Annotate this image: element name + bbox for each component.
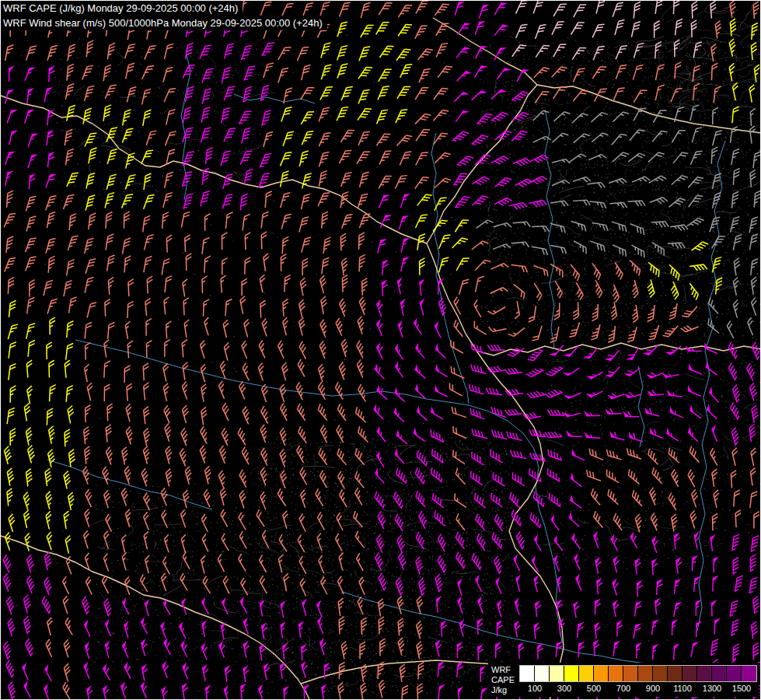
legend-color-cell — [638, 666, 653, 681]
legend-color-cell — [682, 666, 697, 681]
legend-color-cell — [742, 666, 756, 681]
legend-tick-label: 500 — [587, 684, 601, 693]
legend-colorbar — [519, 665, 757, 682]
legend-tick-label: 1500 — [732, 684, 751, 693]
legend-tick-label: 900 — [646, 684, 660, 693]
legend-labels: WRF CAPE J/kg — [491, 665, 515, 695]
legend-color-cell — [579, 666, 594, 681]
legend-tick-label: 700 — [616, 684, 630, 693]
legend-color-cell — [520, 666, 535, 681]
legend-param-label: CAPE — [491, 675, 515, 685]
legend-color-cell — [668, 666, 682, 681]
legend-color-cell — [653, 666, 668, 681]
legend-tick-label: 1300 — [703, 684, 721, 693]
legend-color-cell — [609, 666, 623, 681]
legend: WRF CAPE J/kg 10030050070090011001300150… — [488, 663, 759, 697]
legend-ticks: 100300500700900110013001500 — [519, 683, 757, 695]
weather-map: WRF CAPE (J/kg) Monday 29-09-2025 00:00 … — [0, 0, 761, 700]
legend-tick-label: 300 — [557, 684, 571, 693]
weather-map-canvas — [1, 1, 761, 700]
legend-tick-label: 100 — [528, 684, 542, 693]
legend-color-cell — [712, 666, 727, 681]
map-title-windshear: WRF Wind shear (m/s) 500/1000hPa Monday … — [1, 16, 327, 30]
legend-color-cell — [697, 666, 712, 681]
map-title-cape: WRF CAPE (J/kg) Monday 29-09-2025 00:00 … — [1, 1, 243, 16]
legend-color-cell — [564, 666, 579, 681]
legend-color-cell — [727, 666, 742, 681]
legend-model-label: WRF — [491, 665, 515, 675]
legend-tick-label: 1100 — [673, 684, 692, 693]
map-title-cape-text: WRF CAPE (J/kg) Monday 29-09-2025 00:00 … — [3, 2, 238, 14]
map-title-windshear-text: WRF Wind shear (m/s) 500/1000hPa Monday … — [3, 17, 323, 29]
legend-color-cell — [535, 666, 550, 681]
legend-color-cell — [550, 666, 564, 681]
legend-unit-label: J/kg — [491, 685, 515, 695]
legend-color-cell — [623, 666, 638, 681]
legend-color-cell — [594, 666, 609, 681]
legend-scale: 100300500700900110013001500 — [519, 665, 757, 695]
